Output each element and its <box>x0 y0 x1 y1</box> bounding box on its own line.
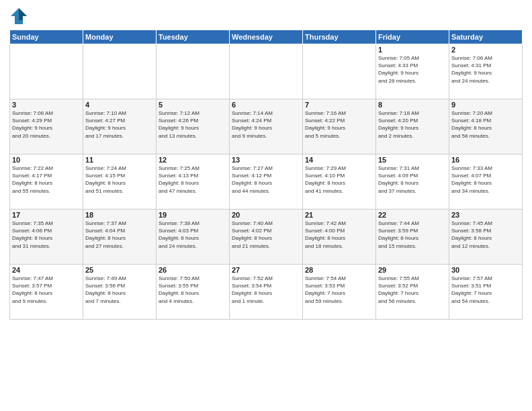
day-info: Sunrise: 7:31 AM Sunset: 4:09 PM Dayligh… <box>378 165 447 195</box>
day-info: Sunrise: 7:35 AM Sunset: 4:06 PM Dayligh… <box>12 220 81 250</box>
day-number: 8 <box>378 101 447 109</box>
svg-marker-1 <box>19 8 27 20</box>
calendar-cell: 28Sunrise: 7:54 AM Sunset: 3:53 PM Dayli… <box>303 265 376 320</box>
calendar-cell: 11Sunrise: 7:24 AM Sunset: 4:15 PM Dayli… <box>83 154 157 210</box>
calendar-body: 1Sunrise: 7:05 AM Sunset: 4:33 PM Daylig… <box>10 44 523 320</box>
weekday-header: Monday <box>83 30 157 44</box>
calendar-cell: 29Sunrise: 7:55 AM Sunset: 3:52 PM Dayli… <box>376 265 449 320</box>
day-number: 23 <box>451 211 520 219</box>
calendar-cell: 5Sunrise: 7:12 AM Sunset: 4:26 PM Daylig… <box>157 99 230 154</box>
day-number: 26 <box>159 266 227 274</box>
day-number: 29 <box>378 266 447 274</box>
calendar-cell: 18Sunrise: 7:37 AM Sunset: 4:04 PM Dayli… <box>83 210 157 265</box>
calendar-week-row: 24Sunrise: 7:47 AM Sunset: 3:57 PM Dayli… <box>10 265 523 320</box>
day-number: 17 <box>12 211 81 219</box>
day-number: 27 <box>232 266 300 274</box>
calendar-week-row: 1Sunrise: 7:05 AM Sunset: 4:33 PM Daylig… <box>10 44 523 99</box>
calendar-cell: 13Sunrise: 7:27 AM Sunset: 4:12 PM Dayli… <box>230 154 303 210</box>
day-number: 24 <box>12 266 81 274</box>
day-number: 6 <box>232 101 300 109</box>
calendar-cell: 6Sunrise: 7:14 AM Sunset: 4:24 PM Daylig… <box>230 99 303 154</box>
day-number: 15 <box>378 156 447 164</box>
calendar-table: SundayMondayTuesdayWednesdayThursdayFrid… <box>9 30 523 320</box>
calendar-cell: 4Sunrise: 7:10 AM Sunset: 4:27 PM Daylig… <box>83 99 157 154</box>
calendar-cell: 16Sunrise: 7:33 AM Sunset: 4:07 PM Dayli… <box>449 154 523 210</box>
day-number: 10 <box>12 156 81 164</box>
main-container: SundayMondayTuesdayWednesdayThursdayFrid… <box>0 0 532 411</box>
logo <box>9 7 31 26</box>
calendar-week-row: 17Sunrise: 7:35 AM Sunset: 4:06 PM Dayli… <box>10 210 523 265</box>
day-number: 11 <box>85 156 154 164</box>
day-info: Sunrise: 7:33 AM Sunset: 4:07 PM Dayligh… <box>451 165 520 195</box>
day-number: 21 <box>305 211 373 219</box>
day-number: 4 <box>85 101 154 109</box>
day-info: Sunrise: 7:20 AM Sunset: 4:18 PM Dayligh… <box>451 109 520 140</box>
day-number: 25 <box>85 266 154 274</box>
calendar-cell: 27Sunrise: 7:52 AM Sunset: 3:54 PM Dayli… <box>230 265 303 320</box>
weekday-header: Saturday <box>449 30 523 44</box>
calendar-cell: 12Sunrise: 7:25 AM Sunset: 4:13 PM Dayli… <box>157 154 230 210</box>
day-number: 13 <box>232 156 300 164</box>
day-info: Sunrise: 7:05 AM Sunset: 4:33 PM Dayligh… <box>378 54 447 85</box>
calendar-cell <box>83 44 157 99</box>
day-info: Sunrise: 7:49 AM Sunset: 3:56 PM Dayligh… <box>85 275 154 305</box>
day-number: 5 <box>159 101 227 109</box>
calendar-cell: 2Sunrise: 7:06 AM Sunset: 4:31 PM Daylig… <box>449 44 523 99</box>
day-info: Sunrise: 7:50 AM Sunset: 3:55 PM Dayligh… <box>159 275 227 305</box>
calendar-cell <box>230 44 303 99</box>
day-info: Sunrise: 7:47 AM Sunset: 3:57 PM Dayligh… <box>12 275 81 305</box>
weekday-header: Sunday <box>10 30 83 44</box>
calendar-cell: 23Sunrise: 7:45 AM Sunset: 3:58 PM Dayli… <box>449 210 523 265</box>
calendar-cell: 10Sunrise: 7:22 AM Sunset: 4:17 PM Dayli… <box>10 154 83 210</box>
day-number: 1 <box>378 46 447 54</box>
day-info: Sunrise: 7:42 AM Sunset: 4:00 PM Dayligh… <box>305 220 373 250</box>
calendar-cell: 21Sunrise: 7:42 AM Sunset: 4:00 PM Dayli… <box>303 210 376 265</box>
calendar-cell <box>157 44 230 99</box>
day-info: Sunrise: 7:29 AM Sunset: 4:10 PM Dayligh… <box>305 165 373 195</box>
day-number: 16 <box>451 156 520 164</box>
day-number: 30 <box>451 266 520 274</box>
calendar-cell: 3Sunrise: 7:08 AM Sunset: 4:29 PM Daylig… <box>10 99 83 154</box>
day-info: Sunrise: 7:45 AM Sunset: 3:58 PM Dayligh… <box>451 220 520 250</box>
calendar-cell: 9Sunrise: 7:20 AM Sunset: 4:18 PM Daylig… <box>449 99 523 154</box>
day-info: Sunrise: 7:06 AM Sunset: 4:31 PM Dayligh… <box>451 54 520 85</box>
day-info: Sunrise: 7:55 AM Sunset: 3:52 PM Dayligh… <box>378 275 447 305</box>
day-number: 18 <box>85 211 154 219</box>
logo-icon <box>9 7 28 26</box>
day-info: Sunrise: 7:25 AM Sunset: 4:13 PM Dayligh… <box>159 165 227 195</box>
calendar-cell: 20Sunrise: 7:40 AM Sunset: 4:02 PM Dayli… <box>230 210 303 265</box>
day-info: Sunrise: 7:40 AM Sunset: 4:02 PM Dayligh… <box>232 220 300 250</box>
calendar-cell: 1Sunrise: 7:05 AM Sunset: 4:33 PM Daylig… <box>376 44 449 99</box>
weekday-row: SundayMondayTuesdayWednesdayThursdayFrid… <box>10 30 523 44</box>
calendar-week-row: 3Sunrise: 7:08 AM Sunset: 4:29 PM Daylig… <box>10 99 523 154</box>
calendar-cell: 25Sunrise: 7:49 AM Sunset: 3:56 PM Dayli… <box>83 265 157 320</box>
day-info: Sunrise: 7:52 AM Sunset: 3:54 PM Dayligh… <box>232 275 300 305</box>
day-info: Sunrise: 7:12 AM Sunset: 4:26 PM Dayligh… <box>159 109 227 140</box>
weekday-header: Tuesday <box>157 30 230 44</box>
page-header <box>9 7 523 26</box>
calendar-cell: 8Sunrise: 7:18 AM Sunset: 4:20 PM Daylig… <box>376 99 449 154</box>
day-number: 22 <box>378 211 447 219</box>
day-info: Sunrise: 7:37 AM Sunset: 4:04 PM Dayligh… <box>85 220 154 250</box>
calendar-cell: 7Sunrise: 7:16 AM Sunset: 4:22 PM Daylig… <box>303 99 376 154</box>
calendar-cell <box>303 44 376 99</box>
calendar-cell: 17Sunrise: 7:35 AM Sunset: 4:06 PM Dayli… <box>10 210 83 265</box>
day-number: 14 <box>305 156 373 164</box>
day-info: Sunrise: 7:57 AM Sunset: 3:51 PM Dayligh… <box>451 275 520 305</box>
weekday-header: Wednesday <box>230 30 303 44</box>
day-number: 3 <box>12 101 81 109</box>
day-info: Sunrise: 7:08 AM Sunset: 4:29 PM Dayligh… <box>12 109 81 140</box>
weekday-header: Thursday <box>303 30 376 44</box>
day-number: 20 <box>232 211 300 219</box>
day-number: 12 <box>159 156 227 164</box>
calendar-cell <box>10 44 83 99</box>
calendar-cell: 22Sunrise: 7:44 AM Sunset: 3:59 PM Dayli… <box>376 210 449 265</box>
day-info: Sunrise: 7:38 AM Sunset: 4:03 PM Dayligh… <box>159 220 227 250</box>
calendar-cell: 19Sunrise: 7:38 AM Sunset: 4:03 PM Dayli… <box>157 210 230 265</box>
day-info: Sunrise: 7:14 AM Sunset: 4:24 PM Dayligh… <box>232 109 300 140</box>
day-number: 2 <box>451 46 520 54</box>
day-info: Sunrise: 7:27 AM Sunset: 4:12 PM Dayligh… <box>232 165 300 195</box>
day-info: Sunrise: 7:54 AM Sunset: 3:53 PM Dayligh… <box>305 275 373 305</box>
day-info: Sunrise: 7:10 AM Sunset: 4:27 PM Dayligh… <box>85 109 154 140</box>
calendar-cell: 24Sunrise: 7:47 AM Sunset: 3:57 PM Dayli… <box>10 265 83 320</box>
